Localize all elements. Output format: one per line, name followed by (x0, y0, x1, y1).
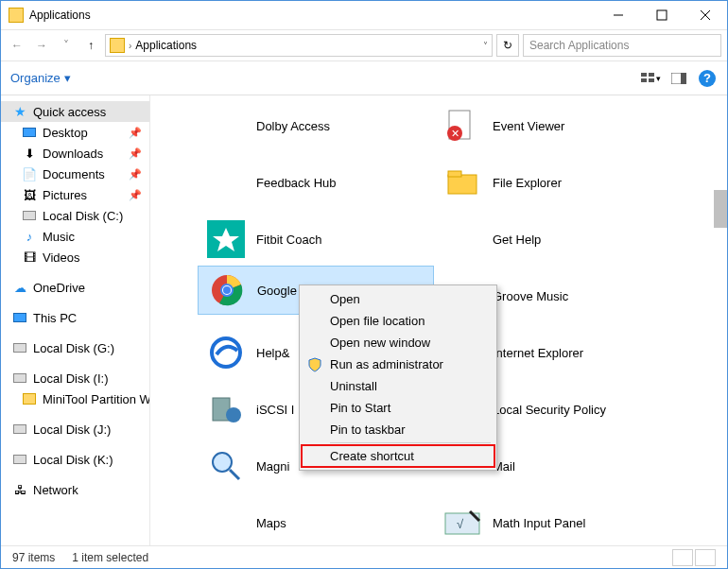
edge-icon (207, 334, 245, 371)
documents-icon: 📄 (22, 166, 37, 181)
ctx-open-window[interactable]: Open new window (302, 332, 494, 353)
svg-rect-6 (641, 78, 647, 82)
app-item-mathinput[interactable]: √Math Input Panel (434, 498, 670, 545)
app-item-fileexplorer[interactable]: File Explorer (434, 158, 670, 207)
explorer-window: Applications ← → ˅ ↑ › Applications ˅ ↻ … (0, 0, 728, 569)
view-details-button[interactable] (672, 549, 693, 566)
chevron-down-icon[interactable]: ˅ (483, 41, 488, 51)
svg-rect-9 (681, 73, 686, 84)
magnifier-icon (207, 447, 245, 485)
svg-rect-4 (641, 73, 647, 77)
address-bar: ← → ˅ ↑ › Applications ˅ ↻ Search Applic… (1, 29, 727, 61)
titlebar: Applications (1, 1, 727, 29)
chrome-icon (208, 271, 246, 309)
ctx-uninstall[interactable]: Uninstall (302, 375, 494, 397)
forward-button[interactable]: → (31, 35, 52, 56)
sidebar-item-minitool[interactable]: MiniTool Partition W (1, 388, 149, 409)
status-selected: 1 item selected (72, 551, 148, 564)
ctx-create-shortcut[interactable]: Create shortcut (302, 445, 494, 467)
status-bar: 97 items 1 item selected (1, 545, 727, 568)
app-item-maps[interactable]: Maps (198, 498, 434, 545)
pin-icon: 📌 (129, 147, 142, 160)
sidebar-item-desktop[interactable]: Desktop📌 (1, 122, 149, 143)
search-placeholder: Search Applications (529, 39, 629, 52)
svg-rect-7 (649, 78, 654, 82)
sidebar-item-pictures[interactable]: 🖼Pictures📌 (1, 184, 149, 205)
drive-icon (23, 211, 36, 220)
ctx-pin-start[interactable]: Pin to Start (302, 397, 494, 419)
app-item-fitbit[interactable]: Fitbit Coach (198, 215, 434, 264)
sidebar-item-localg[interactable]: Local Disk (G:) (1, 337, 149, 358)
pictures-icon: 🖼 (22, 187, 37, 202)
drive-icon (13, 455, 26, 464)
ctx-run-admin[interactable]: Run as administrator (302, 353, 494, 375)
minimize-button[interactable] (597, 1, 640, 29)
sidebar-item-locali[interactable]: Local Disk (I:) (1, 368, 149, 388)
app-item-gethelp[interactable]: Get Help (434, 215, 670, 264)
scrollbar-thumb[interactable] (714, 190, 727, 228)
desktop-icon (23, 128, 36, 137)
svg-text:√: √ (457, 517, 464, 531)
sidebar-item-localk[interactable]: Local Disk (K:) (1, 449, 149, 470)
refresh-button[interactable]: ↻ (496, 34, 519, 57)
caret-down-icon: ▾ (64, 71, 71, 85)
separator (330, 442, 491, 443)
up-button[interactable]: ↑ (80, 35, 101, 56)
mathinput-icon: √ (443, 504, 481, 542)
svg-rect-5 (649, 73, 654, 77)
cloud-icon: ☁ (12, 280, 27, 295)
downloads-icon: ⬇ (22, 146, 37, 161)
sidebar-item-downloads[interactable]: ⬇Downloads📌 (1, 143, 149, 164)
recent-button[interactable]: ˅ (56, 35, 77, 56)
sidebar-item-videos[interactable]: 🎞Videos (1, 247, 149, 267)
app-item-dolby[interactable]: Dolby Access (198, 101, 434, 150)
back-button[interactable]: ← (7, 35, 27, 56)
fitbit-icon (207, 220, 245, 258)
ctx-open-location[interactable]: Open file location (302, 310, 494, 332)
folder-icon (110, 38, 125, 53)
sidebar-item-network[interactable]: 🖧Network (1, 479, 149, 500)
app-item-feedback[interactable]: Feedback Hub (198, 158, 434, 207)
shield-icon (307, 357, 322, 372)
breadcrumb-segment[interactable]: Applications (135, 39, 197, 52)
sidebar-item-localc[interactable]: Local Disk (C:) (1, 205, 149, 226)
app-item-eventviewer[interactable]: ✕Event Viewer (434, 101, 670, 150)
sidebar-item-localj[interactable]: Local Disk (J:) (1, 419, 149, 440)
window-title: Applications (29, 9, 91, 22)
preview-pane-button[interactable] (668, 68, 689, 89)
sidebar-item-thispc[interactable]: This PC (1, 307, 149, 328)
sidebar-item-documents[interactable]: 📄Documents📌 (1, 164, 149, 184)
sidebar-item-music[interactable]: ♪Music (1, 226, 149, 247)
videos-icon: 🎞 (22, 250, 37, 265)
command-bar: Organize ▾ ▾ ? (1, 61, 727, 95)
close-button[interactable] (684, 1, 727, 29)
folder-icon (443, 164, 481, 201)
ctx-open[interactable]: Open (302, 288, 494, 310)
iscsi-icon (207, 390, 245, 428)
svg-rect-13 (448, 175, 477, 194)
pc-icon (13, 313, 26, 322)
pin-icon: 📌 (129, 168, 142, 181)
ctx-pin-taskbar[interactable]: Pin to taskbar (302, 419, 494, 440)
view-large-button[interactable] (695, 549, 716, 566)
sidebar-item-onedrive[interactable]: ☁OneDrive (1, 277, 149, 298)
svg-point-24 (213, 453, 232, 472)
drive-icon (13, 343, 26, 353)
drive-icon (13, 373, 26, 383)
organize-button[interactable]: Organize ▾ (10, 71, 71, 85)
maximize-button[interactable] (640, 1, 684, 29)
pin-icon: 📌 (129, 189, 142, 201)
svg-line-25 (230, 470, 239, 479)
chevron-right-icon: › (129, 41, 131, 51)
svg-point-20 (223, 286, 231, 294)
sidebar-item-quick-access[interactable]: ★Quick access (1, 101, 149, 122)
help-button[interactable]: ? (697, 68, 718, 89)
pin-icon: 📌 (129, 127, 142, 139)
search-input[interactable]: Search Applications (523, 34, 721, 57)
star-icon: ★ (12, 104, 27, 119)
items-view[interactable]: Dolby Access ✕Event Viewer Feedback Hub … (150, 95, 727, 545)
drive-icon (13, 424, 26, 434)
svg-point-23 (226, 407, 241, 422)
breadcrumb[interactable]: › Applications ˅ (105, 34, 493, 57)
view-options-button[interactable]: ▾ (640, 68, 661, 89)
